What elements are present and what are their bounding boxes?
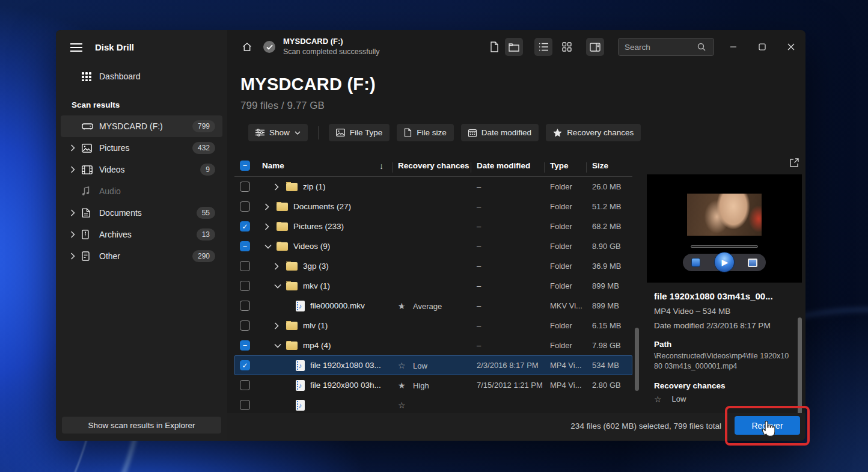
row-checkbox[interactable] [240,400,250,410]
file-type-filter-button[interactable]: File Type [329,124,390,141]
recover-button[interactable]: Recover [735,416,800,435]
row-checkbox[interactable] [240,301,250,311]
chevron-right-icon[interactable] [70,209,82,216]
videos-icon [82,165,99,174]
row-name: 3gp (3) [303,262,329,271]
sidebar-item-mysdcard-f[interactable]: MYSDCARD (F:)799 [61,115,222,137]
chevron-right-icon[interactable] [264,203,277,210]
table-scrollbar[interactable] [635,328,639,391]
table-row[interactable]: ✓Pictures (233)–Folder68.2 MB [234,216,632,236]
table-row[interactable]: ✓♪file 1920x1080 03...Low2/3/2016 8:17 P… [234,355,632,375]
table-row[interactable]: ♪file 1920x800 03h...High7/15/2012 1:21 … [234,375,632,395]
sidebar-item-other[interactable]: Other290 [61,245,222,267]
row-checkbox[interactable] [240,261,250,271]
table-row[interactable]: mlv (1)–Folder6.15 MB [234,316,632,336]
sidebar-item-pictures[interactable]: Pictures432 [61,137,222,159]
chevron-down-icon[interactable] [274,343,286,348]
row-checkbox[interactable] [240,320,250,331]
row-size: 8.90 GB [586,242,632,251]
row-date: – [471,202,544,211]
calendar-icon [468,129,477,137]
row-name: mp4 (4) [303,341,331,350]
row-size: 7.98 GB [586,341,632,350]
media-file-icon: ♪ [296,400,305,411]
chevron-right-icon[interactable] [264,223,277,230]
table-row[interactable]: zip (1)–Folder26.0 MB [234,177,632,197]
column-header-recovery[interactable]: Recovery chances [392,161,471,170]
stop-button[interactable] [691,258,700,267]
file-size-filter-button[interactable]: File size [397,124,454,141]
sidebar-item-label: Audio [99,186,222,196]
chevron-down-icon[interactable] [264,244,277,249]
row-date: – [471,301,544,310]
preview-panel-scrollbar[interactable] [798,317,802,424]
row-recovery: Low [392,360,471,370]
open-external-icon[interactable] [789,158,799,168]
scan-results-table: − Name ↓ Recovery chances Date modified … [234,155,632,413]
row-checkbox[interactable] [240,380,250,390]
playback-progress-bar[interactable] [691,245,758,248]
row-checkbox[interactable]: − [240,340,250,351]
detail-recovery-value: Low [654,393,791,404]
column-header-type[interactable]: Type [544,161,586,170]
row-date: – [471,321,544,330]
chevron-right-icon[interactable] [70,166,82,173]
folder-view-icon[interactable] [505,38,523,56]
preview-panel-toggle-icon[interactable] [586,38,604,56]
media-file-icon: ♪ [296,301,305,311]
column-header-size[interactable]: Size [586,161,632,170]
show-in-explorer-button[interactable]: Show scan results in Explorer [62,417,221,434]
select-all-checkbox[interactable]: − [240,161,250,171]
column-header-name[interactable]: Name ↓ [256,161,392,171]
show-filter-button[interactable]: Show [248,124,308,141]
frame-capture-button[interactable] [748,259,757,267]
row-size: 51.2 MB [586,202,632,211]
minimize-button[interactable] [724,38,742,56]
grid-view-icon[interactable] [558,38,576,56]
row-checkbox[interactable]: − [240,241,250,251]
table-row[interactable]: −Videos (9)–Folder8.90 GB [234,236,632,256]
chevron-right-icon[interactable] [70,231,82,238]
folder-icon [286,342,298,350]
table-body: zip (1)–Folder26.0 MBDocuments (27)–Fold… [234,177,632,413]
chevron-right-icon[interactable] [70,144,82,152]
table-row[interactable]: Documents (27)–Folder51.2 MB [234,197,632,216]
row-checkbox[interactable] [240,201,250,212]
folder-icon [286,183,298,191]
folder-icon [286,322,298,330]
row-checkbox[interactable] [240,281,250,291]
column-header-date[interactable]: Date modified [471,161,544,170]
list-view-icon[interactable] [534,38,552,56]
maximize-button[interactable] [753,38,771,56]
date-modified-filter-button[interactable]: Date modified [461,124,539,141]
sidebar-item-audio[interactable]: Audio [61,180,222,202]
chevron-down-icon[interactable] [274,284,286,289]
hamburger-menu-icon[interactable] [70,43,82,52]
recovery-chance-label: Average [413,302,442,311]
table-row[interactable]: 3gp (3)–Folder36.9 MB [234,256,632,276]
chevron-right-icon[interactable] [274,263,286,270]
sidebar-item-archives[interactable]: Archives13 [61,224,222,245]
table-row[interactable]: −mp4 (4)–Folder7.98 GB [234,336,632,355]
close-button[interactable] [782,38,800,56]
table-row[interactable]: ♪file000000.mkvAverage–MKV Vi...899 MB [234,296,632,316]
row-checkbox[interactable]: ✓ [240,221,250,231]
sidebar-item-dashboard[interactable]: Dashboard [61,66,222,87]
row-type: Folder [544,281,586,290]
row-type: Folder [544,242,586,251]
chevron-right-icon[interactable] [274,322,286,329]
row-checkbox[interactable]: ✓ [240,360,250,370]
file-view-icon[interactable] [485,38,503,56]
sidebar-item-videos[interactable]: Videos9 [61,159,222,180]
sidebar-item-documents[interactable]: Documents55 [61,202,222,224]
row-checkbox[interactable] [240,182,250,192]
chevron-right-icon[interactable] [274,183,286,191]
home-icon[interactable] [238,38,256,56]
table-row[interactable]: ♪ [234,395,632,413]
chevron-right-icon[interactable] [70,253,82,260]
folder-icon [277,222,288,231]
table-row[interactable]: mkv (1)–Folder899 MB [234,276,632,296]
row-size: 26.0 MB [586,182,632,191]
play-button[interactable]: ▶ [714,252,735,272]
recovery-chances-filter-button[interactable]: Recovery chances [546,124,641,141]
